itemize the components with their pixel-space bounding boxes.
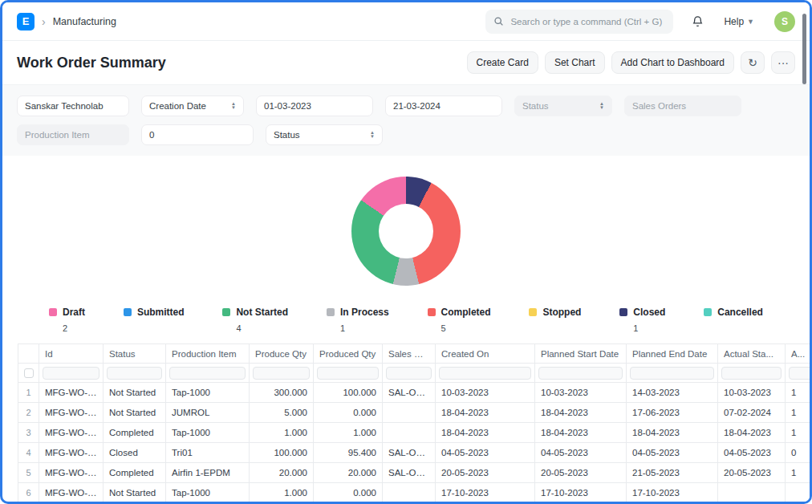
column-filter-input[interactable]: [107, 367, 162, 380]
cell-produced-qty: 0.000: [314, 483, 383, 503]
company-filter-input[interactable]: [25, 101, 121, 111]
cell-id[interactable]: MFG-WO-2...: [39, 483, 104, 503]
legend-count: [137, 323, 185, 334]
page-header: Work Order Summary Create Card Set Chart…: [2, 41, 810, 85]
sales-orders-filter[interactable]: Sales Orders: [624, 96, 741, 116]
help-label: Help: [724, 16, 744, 27]
vertical-scrollbar[interactable]: [802, 14, 806, 84]
column-filter-input[interactable]: [253, 367, 310, 380]
column-filter-input[interactable]: [439, 367, 531, 380]
date-from-input[interactable]: [264, 101, 365, 111]
column-header-production-item[interactable]: Production Item: [166, 344, 250, 364]
user-avatar[interactable]: S: [774, 11, 795, 32]
column-header-created-on[interactable]: Created On: [436, 344, 535, 364]
company-filter[interactable]: [17, 96, 129, 116]
search-input[interactable]: [510, 17, 665, 26]
column-header-sales-order[interactable]: Sales Or...: [383, 344, 436, 364]
app-window: E › Manufacturing Help ▼ S Work Order Su…: [0, 0, 812, 504]
select-all-checkbox[interactable]: [24, 368, 34, 378]
help-menu[interactable]: Help ▼: [724, 16, 754, 27]
cell-id[interactable]: MFG-WO-2...: [39, 403, 104, 423]
legend-count: 1: [340, 323, 389, 334]
breadcrumb[interactable]: Manufacturing: [53, 16, 116, 27]
date-to-input[interactable]: [393, 101, 494, 111]
column-header-index: [18, 344, 39, 364]
age-filter-input[interactable]: [149, 130, 246, 140]
column-filter-input[interactable]: [169, 367, 246, 380]
cell-status: Not Started: [104, 383, 166, 403]
erpnext-logo-icon[interactable]: E: [17, 13, 35, 30]
legend-swatch: [529, 308, 537, 316]
legend-item-cancelled[interactable]: Cancelled: [704, 307, 763, 334]
table-header-row: Id Status Production Item Produce Qty Pr…: [18, 344, 812, 364]
create-card-button[interactable]: Create Card: [467, 51, 538, 74]
cell-id[interactable]: MFG-WO-2...: [39, 443, 104, 463]
legend-swatch: [222, 308, 230, 316]
notifications-bell-icon[interactable]: [692, 15, 704, 27]
cell-planned-start: 20-05-2023: [535, 463, 627, 483]
column-filter-input[interactable]: [789, 367, 812, 380]
add-chart-to-dashboard-button[interactable]: Add Chart to Dashboard: [611, 51, 734, 74]
column-filter-input[interactable]: [317, 367, 379, 380]
column-filter-input[interactable]: [43, 367, 99, 380]
report-table-wrap: Id Status Production Item Produce Qty Pr…: [18, 343, 812, 503]
legend-item-submitted[interactable]: Submitted: [124, 307, 185, 334]
donut-hole: [379, 204, 433, 258]
cell-produce-qty: 20.000: [250, 463, 314, 483]
column-header-produced-qty[interactable]: Produced Qty: [314, 344, 383, 364]
legend-item-not-started[interactable]: Not Started 4: [222, 307, 288, 334]
breadcrumb-chevron-icon: ›: [42, 16, 46, 27]
cell-id[interactable]: MFG-WO-2...: [39, 383, 104, 403]
cell-planned-start: 17-10-2023: [535, 483, 627, 503]
ellipsis-icon: ···: [777, 56, 789, 69]
status-select[interactable]: Status ▲▼: [266, 124, 383, 145]
column-filter-input[interactable]: [630, 367, 714, 380]
column-filter-input[interactable]: [386, 367, 432, 380]
column-filter-input[interactable]: [538, 367, 623, 380]
column-filter-input[interactable]: [721, 367, 782, 380]
cell-created-on: 10-03-2023: [436, 383, 535, 403]
status-filter-disabled[interactable]: Status ▲▼: [514, 96, 612, 116]
cell-id[interactable]: MFG-WO-2...: [39, 463, 104, 483]
menu-button[interactable]: ···: [771, 51, 795, 74]
date-from-filter[interactable]: [256, 96, 373, 116]
table-row[interactable]: 4 MFG-WO-2... Closed Tri01 100.000 95.40…: [18, 443, 812, 463]
cell-id[interactable]: MFG-WO-2...: [39, 423, 104, 443]
table-row[interactable]: 1 MFG-WO-2... Not Started Tap-1000 300.0…: [18, 383, 812, 403]
field-select[interactable]: Creation Date ▲▼: [141, 96, 244, 116]
date-to-filter[interactable]: [385, 96, 502, 116]
donut-chart[interactable]: [351, 177, 461, 286]
production-item-filter[interactable]: Production Item: [17, 124, 129, 145]
refresh-button[interactable]: ↻: [741, 51, 765, 74]
legend-item-closed[interactable]: Closed 1: [619, 307, 665, 334]
cell-produced-qty: 20.000: [314, 463, 383, 483]
legend-item-stopped[interactable]: Stopped: [529, 307, 581, 334]
filter-cell: [18, 364, 39, 383]
column-header-actual-end[interactable]: A...: [786, 344, 812, 364]
column-header-planned-start-date[interactable]: Planned Start Date: [535, 344, 627, 364]
column-header-status[interactable]: Status: [104, 344, 166, 364]
select-updown-icon: ▲▼: [370, 131, 375, 139]
set-chart-button[interactable]: Set Chart: [545, 51, 605, 74]
cell-actual-end: 1: [786, 403, 812, 423]
table-row[interactable]: 3 MFG-WO-2... Completed Tap-1000 1.000 1…: [18, 423, 812, 443]
column-header-actual-start[interactable]: Actual Sta...: [718, 344, 786, 364]
legend-item-completed[interactable]: Completed 5: [428, 307, 491, 334]
legend-swatch: [428, 308, 436, 316]
column-header-planned-end-date[interactable]: Planned End Date: [627, 344, 718, 364]
global-search[interactable]: [485, 10, 673, 34]
column-header-produce-qty[interactable]: Produce Qty: [250, 344, 314, 364]
legend-item-draft[interactable]: Draft 2: [49, 307, 85, 334]
legend-item-in-process[interactable]: In Process 1: [327, 307, 389, 334]
legend-count: 4: [236, 323, 288, 334]
column-header-id[interactable]: Id: [39, 344, 104, 364]
table-row[interactable]: 6 MFG-WO-2... Not Started Tap-1000 1.000…: [18, 483, 812, 503]
age-filter[interactable]: [141, 124, 254, 145]
legend-swatch: [619, 308, 627, 316]
cell-produced-qty: 100.000: [314, 383, 383, 403]
cell-planned-start: 18-04-2023: [535, 403, 627, 423]
page-title: Work Order Summary: [17, 55, 166, 71]
field-select-value: Creation Date: [149, 101, 206, 111]
table-row[interactable]: 2 MFG-WO-2... Not Started JUMROL 5.000 0…: [18, 403, 812, 423]
table-row[interactable]: 5 MFG-WO-2... Completed Airfin 1-EPDM 20…: [18, 463, 812, 483]
